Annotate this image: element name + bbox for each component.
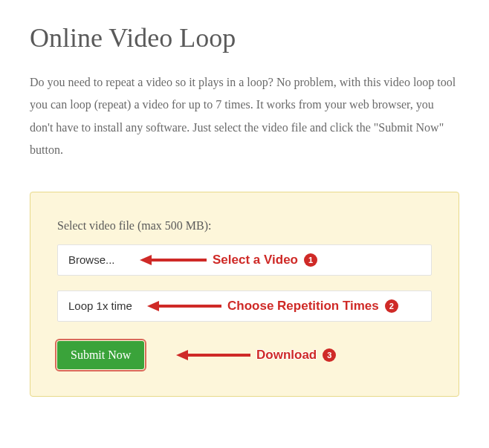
annotation-text: Select a Video <box>213 253 298 267</box>
svg-marker-1 <box>140 255 152 265</box>
file-browse-input[interactable]: Browse... Select a Video 1 <box>57 244 432 276</box>
page-description: Do you need to repeat a video so it play… <box>30 71 459 162</box>
svg-marker-5 <box>176 350 188 360</box>
submit-button[interactable]: Submit Now <box>57 341 144 369</box>
annotation-step-1: Select a Video 1 <box>140 253 317 267</box>
annotation-text: Download <box>256 348 317 363</box>
arrow-left-icon <box>176 348 250 362</box>
file-browse-label: Browse... <box>68 253 115 266</box>
loop-count-select[interactable]: Loop 1x time Choose Repetition Times 2 <box>57 290 432 322</box>
loop-select-value: Loop 1x time <box>68 299 132 312</box>
step-badge: 3 <box>323 348 336 362</box>
annotation-text: Choose Repetition Times <box>227 299 379 314</box>
step-badge: 1 <box>304 253 317 267</box>
arrow-left-icon <box>140 253 207 267</box>
submit-button-label: Submit Now <box>71 348 131 361</box>
page-title: Online Video Loop <box>30 22 459 53</box>
step-badge: 2 <box>385 299 398 313</box>
upload-form-panel: Select video file (max 500 MB): Browse..… <box>30 192 459 397</box>
arrow-left-icon <box>147 299 221 313</box>
svg-marker-3 <box>147 301 159 311</box>
annotation-step-2: Choose Repetition Times 2 <box>147 299 398 314</box>
file-field-label: Select video file (max 500 MB): <box>57 219 432 233</box>
annotation-step-3: Download 3 <box>176 348 336 363</box>
